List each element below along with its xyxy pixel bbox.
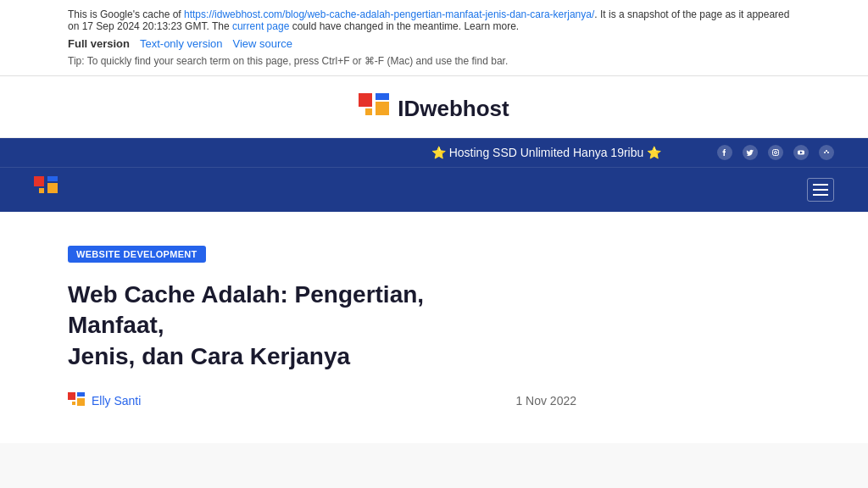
site-header: IDwebhost: [0, 76, 868, 138]
nav-bar: [0, 167, 868, 212]
nav-logo-icon: [34, 176, 58, 200]
full-version-label[interactable]: Full version: [68, 37, 130, 50]
svg-rect-19: [77, 392, 85, 396]
article-title-line2: Jenis, dan Cara Kerjanya: [68, 343, 350, 369]
svg-rect-21: [72, 402, 75, 405]
announcement-bar: ⭐ Hosting SSD Unlimited Hanya 19ribu ⭐: [0, 138, 868, 167]
youtube-icon[interactable]: [793, 145, 809, 160]
article-date: 1 Nov 2022: [515, 394, 576, 408]
logo-text: IDwebhost: [398, 96, 509, 122]
category-badge[interactable]: Website Development: [68, 246, 206, 263]
svg-rect-15: [47, 176, 58, 181]
facebook-icon[interactable]: [717, 145, 732, 160]
svg-rect-16: [47, 183, 58, 193]
text-only-link[interactable]: Text-only version: [140, 37, 223, 50]
social-icons-container: [717, 145, 834, 160]
author-info: Elly Santi: [68, 392, 141, 409]
instagram-icon[interactable]: [768, 145, 783, 160]
article-title: Web Cache Adalah: Pengertian, Manfaat, J…: [68, 280, 492, 372]
cache-tip: Tip: To quickly find your search term on…: [68, 55, 800, 67]
hamburger-line-3: [813, 194, 828, 196]
svg-rect-17: [39, 188, 44, 193]
svg-rect-20: [77, 398, 85, 406]
current-page-link[interactable]: current page: [232, 20, 289, 32]
article-meta: Elly Santi 1 Nov 2022: [68, 392, 576, 409]
author-logo-icon: [68, 392, 85, 409]
svg-line-13: [826, 151, 828, 152]
cached-url-link[interactable]: https://idwebhost.com/blog/web-cache-ada…: [184, 8, 594, 20]
cache-info-bar: This is Google's cache of https://idwebh…: [0, 0, 868, 76]
main-content: Website Development Web Cache Adalah: Pe…: [0, 212, 868, 443]
cache-description: This is Google's cache of https://idwebh…: [68, 8, 800, 32]
hamburger-line-1: [813, 184, 828, 186]
announcement-text: ⭐ Hosting SSD Unlimited Hanya 19ribu ⭐: [376, 146, 717, 159]
cache-intro: This is Google's cache of: [68, 8, 184, 20]
nav-logo[interactable]: [34, 176, 58, 203]
hamburger-menu[interactable]: [807, 178, 834, 202]
svg-point-5: [775, 152, 777, 154]
svg-rect-18: [68, 392, 75, 400]
twitter-icon[interactable]: [743, 145, 758, 160]
author-name[interactable]: Elly Santi: [92, 394, 141, 408]
svg-rect-2: [376, 102, 389, 115]
logo-icon: [359, 93, 389, 124]
svg-rect-0: [359, 93, 372, 107]
logo-container[interactable]: IDwebhost: [359, 93, 509, 124]
svg-point-6: [777, 150, 778, 151]
cache-version-links: Full version Text-only version View sour…: [68, 37, 800, 50]
svg-rect-14: [34, 176, 44, 186]
cache-post-current: could have changed in the meantime. Lear…: [289, 20, 519, 32]
view-source-link[interactable]: View source: [233, 37, 293, 50]
svg-line-12: [825, 151, 826, 152]
article-title-line1: Web Cache Adalah: Pengertian, Manfaat,: [68, 281, 424, 338]
svg-rect-3: [365, 108, 372, 115]
other-social-icon[interactable]: [819, 145, 834, 160]
hamburger-line-2: [813, 189, 828, 191]
svg-rect-1: [376, 93, 389, 100]
